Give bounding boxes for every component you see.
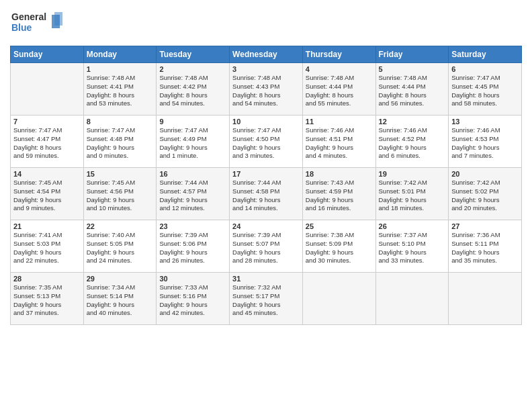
calendar-cell: 25Sunrise: 7:38 AM Sunset: 5:09 PM Dayli…: [302, 220, 375, 273]
header-cell-thursday: Thursday: [302, 46, 375, 63]
day-number: 9: [159, 118, 226, 126]
day-number: 24: [232, 222, 300, 230]
day-number: 20: [451, 170, 519, 178]
calendar-header-row: SundayMondayTuesdayWednesdayThursdayFrid…: [11, 46, 522, 63]
day-info: Sunrise: 7:48 AM Sunset: 4:41 PM Dayligh…: [87, 74, 154, 108]
logo-icon: General Blue: [10, 9, 64, 38]
calendar-cell: 17Sunrise: 7:44 AM Sunset: 4:58 PM Dayli…: [230, 168, 303, 220]
calendar-cell: 8Sunrise: 7:47 AM Sunset: 4:48 PM Daylig…: [83, 116, 157, 168]
day-info: Sunrise: 7:47 AM Sunset: 4:50 PM Dayligh…: [232, 126, 300, 161]
calendar-week-row: 28Sunrise: 7:35 AM Sunset: 5:13 PM Dayli…: [11, 273, 522, 325]
day-number: 2: [159, 65, 226, 73]
calendar-cell: 26Sunrise: 7:37 AM Sunset: 5:10 PM Dayli…: [375, 220, 449, 273]
day-info: Sunrise: 7:47 AM Sunset: 4:49 PM Dayligh…: [159, 126, 226, 161]
calendar-cell: [302, 273, 375, 325]
day-info: Sunrise: 7:42 AM Sunset: 5:02 PM Dayligh…: [451, 179, 519, 213]
calendar-cell: 4Sunrise: 7:48 AM Sunset: 4:44 PM Daylig…: [302, 63, 375, 116]
calendar-cell: 15Sunrise: 7:45 AM Sunset: 4:56 PM Dayli…: [83, 168, 157, 220]
calendar-cell: 10Sunrise: 7:47 AM Sunset: 4:50 PM Dayli…: [230, 116, 303, 168]
day-info: Sunrise: 7:48 AM Sunset: 4:44 PM Dayligh…: [379, 74, 446, 108]
day-info: Sunrise: 7:44 AM Sunset: 4:57 PM Dayligh…: [159, 179, 226, 213]
calendar-cell: 24Sunrise: 7:39 AM Sunset: 5:07 PM Dayli…: [230, 220, 303, 273]
header-cell-saturday: Saturday: [449, 46, 522, 63]
day-number: 26: [379, 222, 446, 230]
day-info: Sunrise: 7:48 AM Sunset: 4:43 PM Dayligh…: [232, 74, 300, 108]
header-cell-tuesday: Tuesday: [157, 46, 230, 63]
day-number: 8: [87, 118, 154, 126]
calendar-cell: 5Sunrise: 7:48 AM Sunset: 4:44 PM Daylig…: [375, 63, 449, 116]
day-number: 18: [306, 170, 373, 178]
header: General Blue: [10, 7, 522, 40]
day-info: Sunrise: 7:39 AM Sunset: 5:07 PM Dayligh…: [232, 231, 300, 265]
day-info: Sunrise: 7:37 AM Sunset: 5:10 PM Dayligh…: [379, 231, 446, 265]
day-info: Sunrise: 7:45 AM Sunset: 4:56 PM Dayligh…: [87, 179, 154, 213]
day-number: 30: [159, 275, 226, 283]
day-info: Sunrise: 7:46 AM Sunset: 4:52 PM Dayligh…: [379, 126, 446, 161]
day-number: 4: [306, 65, 373, 73]
day-number: 31: [232, 275, 300, 283]
header-cell-friday: Friday: [375, 46, 449, 63]
day-number: 6: [451, 65, 519, 73]
calendar-cell: 13Sunrise: 7:46 AM Sunset: 4:53 PM Dayli…: [449, 116, 522, 168]
calendar-cell: 7Sunrise: 7:47 AM Sunset: 4:47 PM Daylig…: [11, 116, 84, 168]
calendar-cell: 9Sunrise: 7:47 AM Sunset: 4:49 PM Daylig…: [157, 116, 230, 168]
calendar-cell: 20Sunrise: 7:42 AM Sunset: 5:02 PM Dayli…: [449, 168, 522, 220]
calendar-cell: 1Sunrise: 7:48 AM Sunset: 4:41 PM Daylig…: [83, 63, 157, 116]
calendar-cell: [375, 273, 449, 325]
day-number: 25: [306, 222, 373, 230]
day-info: Sunrise: 7:39 AM Sunset: 5:06 PM Dayligh…: [159, 231, 226, 265]
day-info: Sunrise: 7:41 AM Sunset: 5:03 PM Dayligh…: [13, 231, 81, 265]
day-info: Sunrise: 7:38 AM Sunset: 5:09 PM Dayligh…: [306, 231, 373, 265]
calendar-week-row: 7Sunrise: 7:47 AM Sunset: 4:47 PM Daylig…: [11, 116, 522, 168]
calendar-cell: 2Sunrise: 7:48 AM Sunset: 4:42 PM Daylig…: [157, 63, 230, 116]
calendar-cell: [11, 63, 84, 116]
calendar-cell: 11Sunrise: 7:46 AM Sunset: 4:51 PM Dayli…: [302, 116, 375, 168]
calendar-cell: 28Sunrise: 7:35 AM Sunset: 5:13 PM Dayli…: [11, 273, 84, 325]
logo: General Blue: [10, 9, 64, 40]
day-info: Sunrise: 7:35 AM Sunset: 5:13 PM Dayligh…: [13, 283, 81, 318]
calendar-cell: 27Sunrise: 7:36 AM Sunset: 5:11 PM Dayli…: [449, 220, 522, 273]
day-number: 13: [451, 118, 519, 126]
day-number: 15: [87, 170, 154, 178]
day-number: 5: [379, 65, 446, 73]
day-number: 3: [232, 65, 300, 73]
day-info: Sunrise: 7:47 AM Sunset: 4:45 PM Dayligh…: [451, 74, 519, 108]
day-info: Sunrise: 7:34 AM Sunset: 5:14 PM Dayligh…: [87, 283, 154, 318]
day-number: 23: [159, 222, 226, 230]
day-number: 10: [232, 118, 300, 126]
day-number: 29: [87, 275, 154, 283]
day-number: 19: [379, 170, 446, 178]
header-cell-sunday: Sunday: [11, 46, 84, 63]
header-cell-monday: Monday: [83, 46, 157, 63]
day-number: 7: [13, 118, 81, 126]
day-number: 22: [87, 222, 154, 230]
calendar-table: SundayMondayTuesdayWednesdayThursdayFrid…: [10, 46, 522, 325]
svg-text:Blue: Blue: [11, 22, 32, 33]
day-info: Sunrise: 7:36 AM Sunset: 5:11 PM Dayligh…: [451, 231, 519, 265]
calendar-cell: 22Sunrise: 7:40 AM Sunset: 5:05 PM Dayli…: [83, 220, 157, 273]
calendar-week-row: 21Sunrise: 7:41 AM Sunset: 5:03 PM Dayli…: [11, 220, 522, 273]
calendar-cell: 3Sunrise: 7:48 AM Sunset: 4:43 PM Daylig…: [230, 63, 303, 116]
day-info: Sunrise: 7:44 AM Sunset: 4:58 PM Dayligh…: [232, 179, 300, 213]
day-number: 17: [232, 170, 300, 178]
calendar-cell: 16Sunrise: 7:44 AM Sunset: 4:57 PM Dayli…: [157, 168, 230, 220]
day-number: 21: [13, 222, 81, 230]
header-cell-wednesday: Wednesday: [230, 46, 303, 63]
calendar-week-row: 14Sunrise: 7:45 AM Sunset: 4:54 PM Dayli…: [11, 168, 522, 220]
day-info: Sunrise: 7:48 AM Sunset: 4:44 PM Dayligh…: [306, 74, 373, 108]
day-info: Sunrise: 7:46 AM Sunset: 4:51 PM Dayligh…: [306, 126, 373, 161]
calendar-cell: 14Sunrise: 7:45 AM Sunset: 4:54 PM Dayli…: [11, 168, 84, 220]
day-number: 11: [306, 118, 373, 126]
day-info: Sunrise: 7:32 AM Sunset: 5:17 PM Dayligh…: [232, 283, 300, 318]
svg-text:General: General: [11, 11, 46, 22]
day-info: Sunrise: 7:48 AM Sunset: 4:42 PM Dayligh…: [159, 74, 226, 108]
day-number: 14: [13, 170, 81, 178]
day-number: 12: [379, 118, 446, 126]
day-info: Sunrise: 7:33 AM Sunset: 5:16 PM Dayligh…: [159, 283, 226, 318]
calendar-cell: 29Sunrise: 7:34 AM Sunset: 5:14 PM Dayli…: [83, 273, 157, 325]
day-number: 28: [13, 275, 81, 283]
calendar-week-row: 1Sunrise: 7:48 AM Sunset: 4:41 PM Daylig…: [11, 63, 522, 116]
calendar-cell: [449, 273, 522, 325]
day-number: 1: [87, 65, 154, 73]
calendar-cell: 30Sunrise: 7:33 AM Sunset: 5:16 PM Dayli…: [157, 273, 230, 325]
